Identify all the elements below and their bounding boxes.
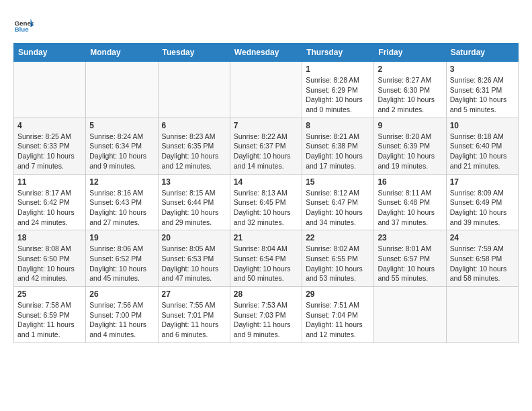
day-info: Sunrise: 8:11 AM Sunset: 6:48 PM Dayligh… — [378, 188, 442, 228]
calendar-cell: 3Sunrise: 8:26 AM Sunset: 6:31 PM Daylig… — [446, 62, 518, 118]
day-number: 15 — [306, 177, 370, 187]
calendar-cell: 27Sunrise: 7:55 AM Sunset: 7:01 PM Dayli… — [158, 287, 230, 343]
day-info: Sunrise: 8:25 AM Sunset: 6:33 PM Dayligh… — [17, 132, 82, 171]
weekday-header-sunday: Sunday — [14, 44, 86, 62]
calendar-cell: 23Sunrise: 8:01 AM Sunset: 6:57 PM Dayli… — [374, 230, 446, 287]
day-info: Sunrise: 8:23 AM Sunset: 6:35 PM Dayligh… — [162, 132, 226, 171]
calendar-cell: 4Sunrise: 8:25 AM Sunset: 6:33 PM Daylig… — [14, 118, 86, 174]
calendar-cell: 14Sunrise: 8:13 AM Sunset: 6:45 PM Dayli… — [230, 174, 302, 230]
weekday-header-saturday: Saturday — [446, 44, 518, 62]
calendar-cell: 17Sunrise: 8:09 AM Sunset: 6:49 PM Dayli… — [446, 174, 518, 230]
calendar-cell: 16Sunrise: 8:11 AM Sunset: 6:48 PM Dayli… — [374, 174, 446, 230]
day-number: 12 — [89, 177, 154, 187]
day-number: 1 — [306, 64, 370, 74]
day-info: Sunrise: 8:16 AM Sunset: 6:43 PM Dayligh… — [89, 188, 154, 228]
calendar-week-row: 11Sunrise: 8:17 AM Sunset: 6:42 PM Dayli… — [14, 174, 519, 230]
calendar-cell: 13Sunrise: 8:15 AM Sunset: 6:44 PM Dayli… — [158, 174, 230, 230]
calendar-cell: 15Sunrise: 8:12 AM Sunset: 6:47 PM Dayli… — [302, 174, 374, 230]
day-info: Sunrise: 8:01 AM Sunset: 6:57 PM Dayligh… — [378, 244, 442, 283]
calendar-cell — [158, 62, 230, 118]
day-number: 13 — [162, 177, 226, 187]
calendar-cell: 20Sunrise: 8:05 AM Sunset: 6:53 PM Dayli… — [158, 230, 230, 287]
calendar-cell: 6Sunrise: 8:23 AM Sunset: 6:35 PM Daylig… — [158, 118, 230, 174]
calendar-cell: 11Sunrise: 8:17 AM Sunset: 6:42 PM Dayli… — [14, 174, 86, 230]
day-info: Sunrise: 8:12 AM Sunset: 6:47 PM Dayligh… — [306, 188, 370, 228]
calendar-cell: 29Sunrise: 7:51 AM Sunset: 7:04 PM Dayli… — [302, 287, 374, 343]
calendar-cell: 18Sunrise: 8:08 AM Sunset: 6:50 PM Dayli… — [14, 230, 86, 287]
day-number: 19 — [89, 233, 154, 242]
weekday-header-thursday: Thursday — [302, 44, 374, 62]
day-info: Sunrise: 8:24 AM Sunset: 6:34 PM Dayligh… — [89, 132, 154, 171]
day-number: 4 — [17, 121, 82, 130]
calendar-cell: 1Sunrise: 8:28 AM Sunset: 6:29 PM Daylig… — [302, 62, 374, 118]
calendar-table: SundayMondayTuesdayWednesdayThursdayFrid… — [13, 43, 519, 343]
calendar-cell: 12Sunrise: 8:16 AM Sunset: 6:43 PM Dayli… — [86, 174, 158, 230]
calendar-cell: 28Sunrise: 7:53 AM Sunset: 7:03 PM Dayli… — [230, 287, 302, 343]
day-info: Sunrise: 7:53 AM Sunset: 7:03 PM Dayligh… — [234, 300, 298, 340]
day-info: Sunrise: 8:13 AM Sunset: 6:45 PM Dayligh… — [234, 188, 298, 228]
calendar-cell — [230, 62, 302, 118]
day-info: Sunrise: 8:22 AM Sunset: 6:37 PM Dayligh… — [234, 132, 298, 171]
calendar-cell: 5Sunrise: 8:24 AM Sunset: 6:34 PM Daylig… — [86, 118, 158, 174]
day-info: Sunrise: 8:20 AM Sunset: 6:39 PM Dayligh… — [378, 132, 442, 171]
day-number: 3 — [450, 64, 515, 74]
day-info: Sunrise: 8:26 AM Sunset: 6:31 PM Dayligh… — [450, 75, 515, 115]
day-number: 2 — [378, 64, 442, 74]
calendar-cell — [374, 287, 446, 343]
weekday-header-tuesday: Tuesday — [158, 44, 230, 62]
day-info: Sunrise: 8:18 AM Sunset: 6:40 PM Dayligh… — [450, 132, 515, 171]
day-number: 22 — [306, 233, 370, 242]
day-number: 16 — [378, 177, 442, 187]
calendar-cell — [86, 62, 158, 118]
day-number: 17 — [450, 177, 515, 187]
day-number: 5 — [89, 121, 154, 130]
day-number: 25 — [17, 289, 82, 299]
svg-text:Blue: Blue — [15, 26, 30, 33]
weekday-header-wednesday: Wednesday — [230, 44, 302, 62]
day-info: Sunrise: 7:56 AM Sunset: 7:00 PM Dayligh… — [89, 300, 154, 340]
day-number: 7 — [234, 121, 298, 130]
day-number: 26 — [89, 289, 154, 299]
day-number: 14 — [234, 177, 298, 187]
day-info: Sunrise: 8:17 AM Sunset: 6:42 PM Dayligh… — [17, 188, 82, 228]
calendar-week-row: 25Sunrise: 7:58 AM Sunset: 6:59 PM Dayli… — [14, 287, 519, 343]
calendar-cell: 24Sunrise: 7:59 AM Sunset: 6:58 PM Dayli… — [446, 230, 518, 287]
calendar-cell: 2Sunrise: 8:27 AM Sunset: 6:30 PM Daylig… — [374, 62, 446, 118]
day-info: Sunrise: 8:15 AM Sunset: 6:44 PM Dayligh… — [162, 188, 226, 228]
calendar-week-row: 18Sunrise: 8:08 AM Sunset: 6:50 PM Dayli… — [14, 230, 519, 287]
day-number: 6 — [162, 121, 226, 130]
day-number: 8 — [306, 121, 370, 130]
day-info: Sunrise: 8:06 AM Sunset: 6:52 PM Dayligh… — [89, 244, 154, 283]
calendar-cell: 8Sunrise: 8:21 AM Sunset: 6:38 PM Daylig… — [302, 118, 374, 174]
day-number: 10 — [450, 121, 515, 130]
day-info: Sunrise: 8:09 AM Sunset: 6:49 PM Dayligh… — [450, 188, 515, 228]
weekday-header-monday: Monday — [86, 44, 158, 62]
day-info: Sunrise: 7:51 AM Sunset: 7:04 PM Dayligh… — [306, 300, 370, 340]
day-number: 11 — [17, 177, 82, 187]
day-info: Sunrise: 8:02 AM Sunset: 6:55 PM Dayligh… — [306, 244, 370, 283]
day-info: Sunrise: 8:08 AM Sunset: 6:50 PM Dayligh… — [17, 244, 82, 283]
day-info: Sunrise: 8:28 AM Sunset: 6:29 PM Dayligh… — [306, 75, 370, 115]
weekday-header-row: SundayMondayTuesdayWednesdayThursdayFrid… — [14, 44, 519, 62]
day-info: Sunrise: 8:21 AM Sunset: 6:38 PM Dayligh… — [306, 132, 370, 171]
calendar-cell — [14, 62, 86, 118]
calendar-cell: 21Sunrise: 8:04 AM Sunset: 6:54 PM Dayli… — [230, 230, 302, 287]
calendar-cell: 26Sunrise: 7:56 AM Sunset: 7:00 PM Dayli… — [86, 287, 158, 343]
day-number: 20 — [162, 233, 226, 242]
day-number: 28 — [234, 289, 298, 299]
page-header: General Blue — [13, 13, 519, 36]
day-number: 29 — [306, 289, 370, 299]
calendar-cell: 9Sunrise: 8:20 AM Sunset: 6:39 PM Daylig… — [374, 118, 446, 174]
day-number: 18 — [17, 233, 82, 242]
day-info: Sunrise: 7:58 AM Sunset: 6:59 PM Dayligh… — [17, 300, 82, 340]
day-number: 9 — [378, 121, 442, 130]
day-info: Sunrise: 7:59 AM Sunset: 6:58 PM Dayligh… — [450, 244, 515, 283]
day-number: 21 — [234, 233, 298, 242]
day-info: Sunrise: 8:27 AM Sunset: 6:30 PM Dayligh… — [378, 75, 442, 115]
logo: General Blue — [13, 16, 34, 36]
day-number: 24 — [450, 233, 515, 242]
calendar-cell: 19Sunrise: 8:06 AM Sunset: 6:52 PM Dayli… — [86, 230, 158, 287]
calendar-cell: 25Sunrise: 7:58 AM Sunset: 6:59 PM Dayli… — [14, 287, 86, 343]
day-number: 23 — [378, 233, 442, 242]
calendar-cell — [446, 287, 518, 343]
